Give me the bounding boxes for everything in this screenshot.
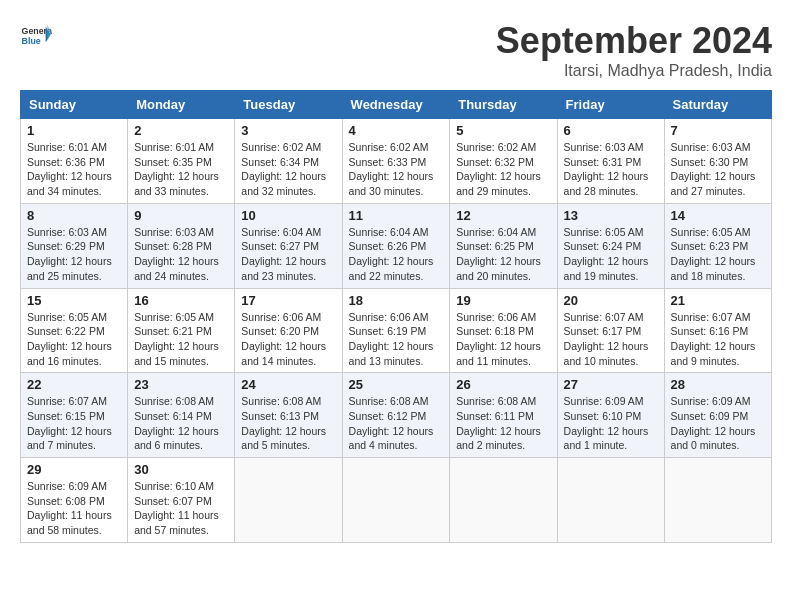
day-number: 28 — [671, 377, 765, 392]
day-number: 18 — [349, 293, 444, 308]
calendar-cell: 21 Sunrise: 6:07 AM Sunset: 6:16 PM Dayl… — [664, 288, 771, 373]
day-number: 9 — [134, 208, 228, 223]
calendar-week-row: 1 Sunrise: 6:01 AM Sunset: 6:36 PM Dayli… — [21, 119, 772, 204]
day-number: 25 — [349, 377, 444, 392]
day-info: Sunrise: 6:07 AM Sunset: 6:17 PM Dayligh… — [564, 310, 658, 369]
day-number: 14 — [671, 208, 765, 223]
calendar-cell: 28 Sunrise: 6:09 AM Sunset: 6:09 PM Dayl… — [664, 373, 771, 458]
calendar-cell: 1 Sunrise: 6:01 AM Sunset: 6:36 PM Dayli… — [21, 119, 128, 204]
day-number: 17 — [241, 293, 335, 308]
day-number: 23 — [134, 377, 228, 392]
day-number: 5 — [456, 123, 550, 138]
day-info: Sunrise: 6:09 AM Sunset: 6:09 PM Dayligh… — [671, 394, 765, 453]
day-info: Sunrise: 6:08 AM Sunset: 6:11 PM Dayligh… — [456, 394, 550, 453]
day-info: Sunrise: 6:07 AM Sunset: 6:16 PM Dayligh… — [671, 310, 765, 369]
day-info: Sunrise: 6:08 AM Sunset: 6:12 PM Dayligh… — [349, 394, 444, 453]
day-number: 29 — [27, 462, 121, 477]
month-title: September 2024 — [496, 20, 772, 62]
day-info: Sunrise: 6:03 AM Sunset: 6:28 PM Dayligh… — [134, 225, 228, 284]
day-info: Sunrise: 6:06 AM Sunset: 6:20 PM Dayligh… — [241, 310, 335, 369]
calendar-cell: 14 Sunrise: 6:05 AM Sunset: 6:23 PM Dayl… — [664, 203, 771, 288]
day-number: 27 — [564, 377, 658, 392]
day-number: 22 — [27, 377, 121, 392]
day-number: 2 — [134, 123, 228, 138]
day-info: Sunrise: 6:07 AM Sunset: 6:15 PM Dayligh… — [27, 394, 121, 453]
day-number: 7 — [671, 123, 765, 138]
day-info: Sunrise: 6:09 AM Sunset: 6:08 PM Dayligh… — [27, 479, 121, 538]
day-number: 6 — [564, 123, 658, 138]
calendar-table: Sunday Monday Tuesday Wednesday Thursday… — [20, 90, 772, 543]
calendar-cell — [235, 458, 342, 543]
day-info: Sunrise: 6:06 AM Sunset: 6:19 PM Dayligh… — [349, 310, 444, 369]
calendar-cell: 18 Sunrise: 6:06 AM Sunset: 6:19 PM Dayl… — [342, 288, 450, 373]
calendar-cell: 24 Sunrise: 6:08 AM Sunset: 6:13 PM Dayl… — [235, 373, 342, 458]
day-info: Sunrise: 6:08 AM Sunset: 6:13 PM Dayligh… — [241, 394, 335, 453]
col-tuesday: Tuesday — [235, 91, 342, 119]
calendar-cell: 10 Sunrise: 6:04 AM Sunset: 6:27 PM Dayl… — [235, 203, 342, 288]
calendar-week-row: 29 Sunrise: 6:09 AM Sunset: 6:08 PM Dayl… — [21, 458, 772, 543]
day-number: 13 — [564, 208, 658, 223]
calendar-week-row: 8 Sunrise: 6:03 AM Sunset: 6:29 PM Dayli… — [21, 203, 772, 288]
col-saturday: Saturday — [664, 91, 771, 119]
calendar-header-row: Sunday Monday Tuesday Wednesday Thursday… — [21, 91, 772, 119]
col-wednesday: Wednesday — [342, 91, 450, 119]
day-info: Sunrise: 6:03 AM Sunset: 6:31 PM Dayligh… — [564, 140, 658, 199]
calendar-cell: 12 Sunrise: 6:04 AM Sunset: 6:25 PM Dayl… — [450, 203, 557, 288]
calendar-cell: 6 Sunrise: 6:03 AM Sunset: 6:31 PM Dayli… — [557, 119, 664, 204]
col-friday: Friday — [557, 91, 664, 119]
day-info: Sunrise: 6:05 AM Sunset: 6:24 PM Dayligh… — [564, 225, 658, 284]
calendar-cell: 5 Sunrise: 6:02 AM Sunset: 6:32 PM Dayli… — [450, 119, 557, 204]
calendar-cell: 8 Sunrise: 6:03 AM Sunset: 6:29 PM Dayli… — [21, 203, 128, 288]
day-info: Sunrise: 6:05 AM Sunset: 6:23 PM Dayligh… — [671, 225, 765, 284]
calendar-cell: 27 Sunrise: 6:09 AM Sunset: 6:10 PM Dayl… — [557, 373, 664, 458]
page-header: General Blue September 2024 Itarsi, Madh… — [20, 20, 772, 80]
day-info: Sunrise: 6:02 AM Sunset: 6:33 PM Dayligh… — [349, 140, 444, 199]
calendar-cell: 16 Sunrise: 6:05 AM Sunset: 6:21 PM Dayl… — [128, 288, 235, 373]
day-info: Sunrise: 6:09 AM Sunset: 6:10 PM Dayligh… — [564, 394, 658, 453]
calendar-cell: 11 Sunrise: 6:04 AM Sunset: 6:26 PM Dayl… — [342, 203, 450, 288]
day-number: 11 — [349, 208, 444, 223]
logo-icon: General Blue — [20, 20, 52, 52]
calendar-cell: 4 Sunrise: 6:02 AM Sunset: 6:33 PM Dayli… — [342, 119, 450, 204]
location-title: Itarsi, Madhya Pradesh, India — [496, 62, 772, 80]
calendar-cell: 25 Sunrise: 6:08 AM Sunset: 6:12 PM Dayl… — [342, 373, 450, 458]
col-thursday: Thursday — [450, 91, 557, 119]
calendar-cell: 26 Sunrise: 6:08 AM Sunset: 6:11 PM Dayl… — [450, 373, 557, 458]
day-info: Sunrise: 6:04 AM Sunset: 6:27 PM Dayligh… — [241, 225, 335, 284]
day-info: Sunrise: 6:04 AM Sunset: 6:25 PM Dayligh… — [456, 225, 550, 284]
day-number: 20 — [564, 293, 658, 308]
calendar-cell — [557, 458, 664, 543]
day-number: 4 — [349, 123, 444, 138]
day-info: Sunrise: 6:05 AM Sunset: 6:22 PM Dayligh… — [27, 310, 121, 369]
day-info: Sunrise: 6:03 AM Sunset: 6:30 PM Dayligh… — [671, 140, 765, 199]
calendar-cell: 3 Sunrise: 6:02 AM Sunset: 6:34 PM Dayli… — [235, 119, 342, 204]
day-number: 26 — [456, 377, 550, 392]
calendar-week-row: 22 Sunrise: 6:07 AM Sunset: 6:15 PM Dayl… — [21, 373, 772, 458]
day-number: 24 — [241, 377, 335, 392]
day-number: 1 — [27, 123, 121, 138]
day-number: 10 — [241, 208, 335, 223]
day-number: 15 — [27, 293, 121, 308]
col-monday: Monday — [128, 91, 235, 119]
calendar-cell: 23 Sunrise: 6:08 AM Sunset: 6:14 PM Dayl… — [128, 373, 235, 458]
calendar-cell: 19 Sunrise: 6:06 AM Sunset: 6:18 PM Dayl… — [450, 288, 557, 373]
calendar-cell: 9 Sunrise: 6:03 AM Sunset: 6:28 PM Dayli… — [128, 203, 235, 288]
day-info: Sunrise: 6:05 AM Sunset: 6:21 PM Dayligh… — [134, 310, 228, 369]
calendar-cell: 29 Sunrise: 6:09 AM Sunset: 6:08 PM Dayl… — [21, 458, 128, 543]
calendar-cell: 20 Sunrise: 6:07 AM Sunset: 6:17 PM Dayl… — [557, 288, 664, 373]
day-info: Sunrise: 6:02 AM Sunset: 6:34 PM Dayligh… — [241, 140, 335, 199]
day-info: Sunrise: 6:06 AM Sunset: 6:18 PM Dayligh… — [456, 310, 550, 369]
calendar-cell: 13 Sunrise: 6:05 AM Sunset: 6:24 PM Dayl… — [557, 203, 664, 288]
calendar-week-row: 15 Sunrise: 6:05 AM Sunset: 6:22 PM Dayl… — [21, 288, 772, 373]
day-info: Sunrise: 6:10 AM Sunset: 6:07 PM Dayligh… — [134, 479, 228, 538]
calendar-cell: 15 Sunrise: 6:05 AM Sunset: 6:22 PM Dayl… — [21, 288, 128, 373]
title-section: September 2024 Itarsi, Madhya Pradesh, I… — [496, 20, 772, 80]
day-info: Sunrise: 6:01 AM Sunset: 6:35 PM Dayligh… — [134, 140, 228, 199]
calendar-body: 1 Sunrise: 6:01 AM Sunset: 6:36 PM Dayli… — [21, 119, 772, 543]
calendar-cell — [664, 458, 771, 543]
day-info: Sunrise: 6:03 AM Sunset: 6:29 PM Dayligh… — [27, 225, 121, 284]
calendar-cell: 2 Sunrise: 6:01 AM Sunset: 6:35 PM Dayli… — [128, 119, 235, 204]
logo: General Blue — [20, 20, 52, 52]
day-info: Sunrise: 6:08 AM Sunset: 6:14 PM Dayligh… — [134, 394, 228, 453]
calendar-cell: 22 Sunrise: 6:07 AM Sunset: 6:15 PM Dayl… — [21, 373, 128, 458]
